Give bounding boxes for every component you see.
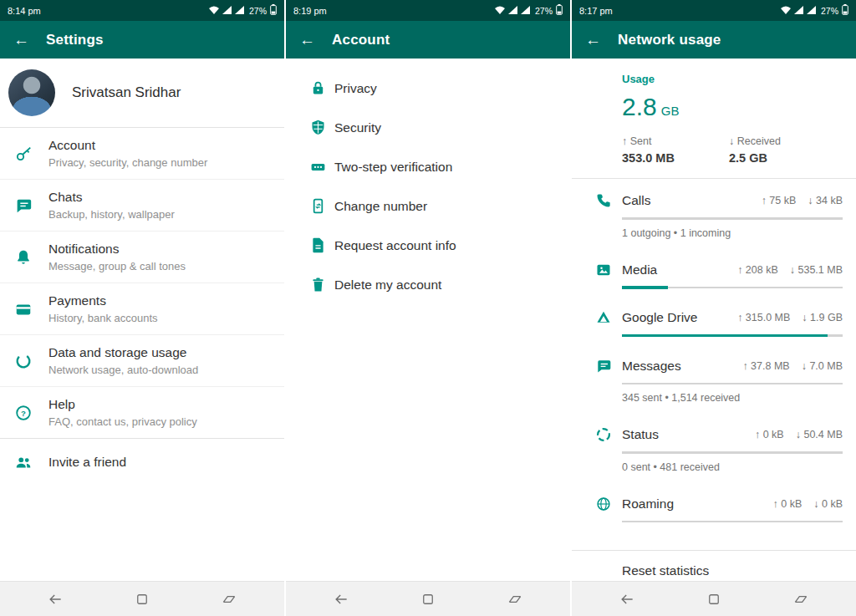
- item-title: Account: [48, 138, 207, 153]
- status-bar: 8:14 pm 27%: [0, 0, 284, 21]
- usage-row-roaming[interactable]: Roaming ↑ 0 kB↓ 0 kB: [572, 482, 856, 531]
- android-nav-bar: [572, 581, 856, 616]
- shield-icon: [308, 118, 328, 138]
- clock: 8:19 pm: [293, 6, 327, 16]
- item-title: Chats: [48, 190, 175, 205]
- category-detail: 345 sent • 1,514 received: [622, 392, 843, 404]
- nav-back-icon[interactable]: [329, 589, 353, 609]
- usage-row-media[interactable]: Media ↑ 208 kB↓ 535.1 MB: [572, 248, 856, 297]
- signal-icon: [794, 6, 803, 16]
- battery-percent: 27%: [821, 6, 838, 16]
- reset-statistics[interactable]: Reset statistics Last reset time: Never: [572, 551, 856, 581]
- page-title: Account: [332, 32, 390, 48]
- settings-item-chats[interactable]: Chats Backup, history, wallpaper: [0, 180, 284, 231]
- people-icon: [13, 452, 33, 472]
- usage-progress-track: [622, 334, 843, 337]
- account-item-request-info[interactable]: Request account info: [286, 226, 570, 265]
- nav-recents-icon[interactable]: [789, 589, 813, 609]
- settings-item-data-storage[interactable]: Data and storage usage Network usage, au…: [0, 335, 284, 386]
- account-item-two-step[interactable]: Two-step verification: [286, 147, 570, 186]
- usage-row-messages[interactable]: Messages ↑ 37.8 MB↓ 7.0 MB 345 sent • 1,…: [572, 344, 856, 414]
- account-item-change-number[interactable]: Change number: [286, 186, 570, 226]
- usage-progress-track: [622, 451, 843, 454]
- item-subtitle: History, bank accounts: [48, 312, 158, 324]
- nav-back-icon[interactable]: [615, 589, 639, 609]
- profile-photo: [8, 69, 55, 116]
- network-usage-screen: 8:17 pm 27% ← Network usage Usage 2.8 GB: [570, 0, 856, 616]
- change-number-icon: [308, 196, 328, 216]
- wifi-icon: [781, 6, 791, 16]
- phone-icon: [594, 191, 613, 210]
- downloaded-value: ↓ 7.0 MB: [802, 360, 843, 372]
- globe-icon: [594, 495, 613, 513]
- downloaded-value: ↓ 535.1 MB: [790, 264, 843, 276]
- passcode-dots-icon: [308, 157, 328, 177]
- usage-label: Usage: [622, 73, 843, 85]
- uploaded-value: ↑ 315.0 MB: [737, 312, 790, 323]
- android-nav-bar: [0, 581, 284, 616]
- signal-icon: [521, 6, 530, 16]
- usage-row-google-drive[interactable]: Google Drive ↑ 315.0 MB↓ 1.9 GB: [572, 296, 856, 344]
- status-bar: 8:19 pm 27%: [286, 0, 570, 21]
- usage-row-calls[interactable]: Calls ↑ 75 kB↓ 34 kB 1 outgoing • 1 inco…: [572, 179, 856, 248]
- sent-received-totals: ↑ Sent 353.0 MB ↓ Received 2.5 GB: [572, 135, 856, 165]
- reset-title: Reset statistics: [622, 563, 843, 578]
- item-subtitle: Message, group & call tones: [48, 260, 186, 272]
- nav-back-icon[interactable]: [43, 589, 67, 609]
- settings-screen: 8:14 pm 27% ← Settings Srivatsan Sridhar: [0, 0, 284, 616]
- battery-percent: 27%: [249, 6, 267, 16]
- uploaded-value: ↑ 37.8 MB: [742, 360, 789, 372]
- clock: 8:14 pm: [8, 6, 41, 16]
- item-label: Change number: [334, 199, 427, 214]
- nav-recents-icon[interactable]: [503, 589, 527, 609]
- account-page: Privacy Security Two-step verification C…: [286, 59, 570, 581]
- account-item-delete[interactable]: Delete my account: [286, 265, 570, 304]
- category-label: Status: [622, 427, 755, 442]
- category-label: Google Drive: [622, 310, 737, 325]
- back-arrow-icon[interactable]: ←: [299, 32, 315, 48]
- item-label: Delete my account: [334, 277, 441, 293]
- profile-row[interactable]: Srivatsan Sridhar: [0, 59, 284, 127]
- nav-home-icon[interactable]: [416, 589, 440, 609]
- back-arrow-icon[interactable]: ←: [585, 32, 601, 48]
- received-label: ↓ Received: [729, 135, 836, 147]
- app-bar: ← Network usage: [572, 21, 856, 59]
- settings-item-account[interactable]: Account Privacy, security, change number: [0, 128, 284, 179]
- nav-recents-icon[interactable]: [217, 589, 241, 609]
- settings-item-notifications[interactable]: Notifications Message, group & call tone…: [0, 232, 284, 283]
- wifi-icon: [209, 6, 219, 16]
- account-item-security[interactable]: Security: [286, 108, 570, 147]
- wifi-icon: [495, 6, 505, 16]
- downloaded-value: ↓ 1.9 GB: [802, 312, 843, 323]
- status-circle-icon: [594, 425, 613, 444]
- svg-text:?: ?: [21, 408, 26, 417]
- downloaded-value: ↓ 0 kB: [813, 498, 843, 510]
- nav-home-icon[interactable]: [130, 589, 154, 609]
- clock: 8:17 pm: [579, 6, 613, 16]
- back-arrow-icon[interactable]: ←: [13, 32, 29, 48]
- item-title: Help: [48, 397, 197, 412]
- key-icon: [13, 144, 33, 164]
- settings-item-help[interactable]: ? Help FAQ, contact us, privacy policy: [0, 387, 284, 438]
- signal-icon: [222, 6, 232, 16]
- settings-item-invite[interactable]: Invite a friend: [0, 439, 284, 486]
- account-item-privacy[interactable]: Privacy: [286, 69, 570, 108]
- usage-progress-fill: [622, 286, 668, 289]
- page-title: Network usage: [618, 32, 721, 48]
- settings-item-payments[interactable]: Payments History, bank accounts: [0, 283, 284, 334]
- document-icon: [308, 236, 328, 256]
- lock-icon: [308, 79, 328, 99]
- media-icon: [594, 261, 613, 279]
- usage-row-status[interactable]: Status ↑ 0 kB↓ 50.4 MB 0 sent • 481 rece…: [572, 413, 856, 482]
- uploaded-value: ↑ 0 kB: [773, 498, 802, 510]
- battery-percent: 27%: [535, 6, 553, 16]
- item-title: Data and storage usage: [48, 345, 198, 360]
- item-label: Request account info: [334, 238, 456, 253]
- nav-home-icon[interactable]: [702, 589, 726, 609]
- item-subtitle: FAQ, contact us, privacy policy: [48, 415, 197, 428]
- data-usage-icon: [13, 351, 33, 371]
- category-detail: 1 outgoing • 1 incoming: [622, 227, 843, 239]
- usage-progress-fill: [622, 334, 828, 338]
- item-title: Invite a friend: [48, 455, 126, 470]
- bell-icon: [13, 247, 33, 267]
